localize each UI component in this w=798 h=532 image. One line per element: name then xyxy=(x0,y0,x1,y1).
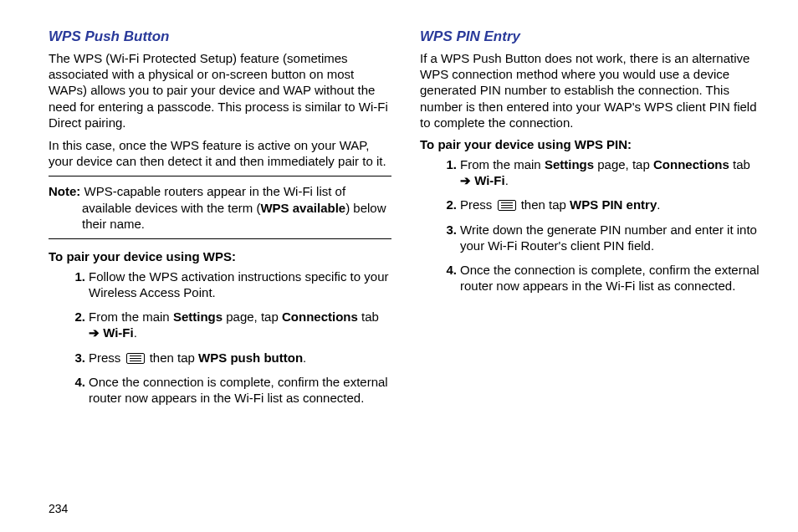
two-column-layout: WPS Push Button The WPS (Wi-Fi Protected… xyxy=(49,28,763,495)
left-column: WPS Push Button The WPS (Wi-Fi Protected… xyxy=(49,28,391,495)
wps-pin-step-4: Once the connection is complete, confirm… xyxy=(460,262,763,294)
right-column: WPS PIN Entry If a WPS Push Button does … xyxy=(420,28,763,495)
wps-push-button-heading: WPS Push Button xyxy=(49,28,391,45)
wps-push-step-4: Once the connection is complete, confirm… xyxy=(89,374,391,406)
settings-label: Settings xyxy=(173,309,223,324)
step-text: . xyxy=(303,350,306,365)
wps-push-instructions-heading: To pair your device using WPS: xyxy=(49,249,391,263)
page: WPS Push Button The WPS (Wi-Fi Protected… xyxy=(0,0,798,532)
connections-label: Connections xyxy=(282,309,358,324)
wps-pin-step-2: Press then tap WPS PIN entry. xyxy=(460,197,763,212)
wps-pin-entry-heading: WPS PIN Entry xyxy=(420,28,763,45)
arrow-icon: ➔ xyxy=(89,325,100,340)
wps-push-step-1: Follow the WPS activation instructions s… xyxy=(89,269,391,300)
step-text: . xyxy=(657,197,660,212)
step-text: page, tap xyxy=(223,309,282,324)
wps-push-step-3: Press then tap WPS push button. xyxy=(89,350,391,366)
page-number: 234 xyxy=(49,495,763,515)
step-text: From the main xyxy=(89,309,173,324)
step-text: Press xyxy=(460,197,496,212)
wps-push-step-2: From the main Settings page, tap Connect… xyxy=(89,309,391,340)
note-block: Note: WPS-capable routers appear in the … xyxy=(49,176,391,239)
wifi-label: Wi-Fi xyxy=(474,173,505,187)
step-text: tab xyxy=(729,157,750,171)
wps-pin-steps: From the main Settings page, tap Connect… xyxy=(420,156,763,294)
menu-icon xyxy=(498,200,516,211)
connections-label: Connections xyxy=(653,157,729,171)
step-text: page, tap xyxy=(594,157,653,171)
wps-push-steps: Follow the WPS activation instructions s… xyxy=(49,269,391,406)
step-text: then tap xyxy=(146,350,199,365)
wps-pin-intro-para: If a WPS Push Button does not work, ther… xyxy=(420,50,763,130)
step-text: . xyxy=(134,325,137,340)
wifi-label: Wi-Fi xyxy=(103,325,134,340)
arrow-icon: ➔ xyxy=(460,173,471,187)
wps-push-button-label: WPS push button xyxy=(198,350,303,365)
wps-push-intro-para-1: The WPS (Wi-Fi Protected Setup) feature … xyxy=(49,50,391,130)
step-text: then tap xyxy=(518,197,570,212)
wps-pin-step-3: Write down the generate PIN number and e… xyxy=(460,222,763,253)
wps-pin-step-1: From the main Settings page, tap Connect… xyxy=(460,156,763,188)
settings-label: Settings xyxy=(545,157,594,171)
note-label: Note: xyxy=(49,184,80,198)
note-text: Note: WPS-capable routers appear in the … xyxy=(49,183,391,232)
wps-pin-instructions-heading: To pair your device using WPS PIN: xyxy=(420,137,763,151)
menu-icon xyxy=(126,353,145,364)
step-text: . xyxy=(505,173,509,187)
step-text: Press xyxy=(89,350,125,365)
step-text: tab xyxy=(358,309,379,324)
note-bold-term: WPS available xyxy=(260,201,345,215)
wps-pin-entry-label: WPS PIN entry xyxy=(570,197,657,212)
wps-push-intro-para-2: In this case, once the WPS feature is ac… xyxy=(49,137,391,169)
step-text: From the main xyxy=(460,157,545,171)
